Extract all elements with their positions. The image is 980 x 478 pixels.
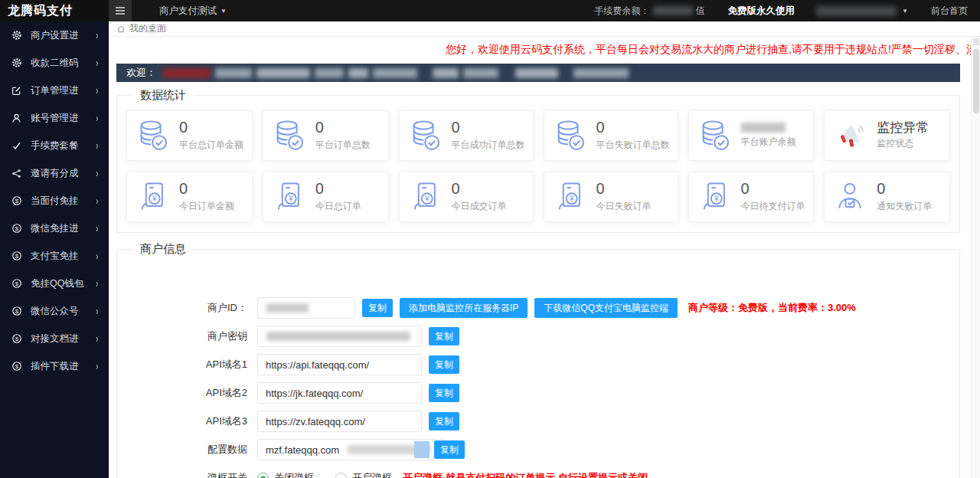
chevron-right-icon: › bbox=[96, 57, 99, 69]
welcome-redacted bbox=[256, 68, 310, 78]
merchant-dropdown[interactable]: 商户支付测试 ▼ bbox=[159, 5, 227, 18]
add-monitor-ip-button[interactable]: 添加电脑监控所在服务器IP bbox=[400, 298, 528, 318]
copy-button[interactable]: 复制 bbox=[434, 440, 465, 459]
svg-text:$: $ bbox=[15, 336, 19, 342]
sidebar-item-label: 支付宝免挂 bbox=[31, 250, 79, 263]
home-icon bbox=[116, 25, 126, 34]
database-check-icon bbox=[697, 118, 732, 153]
svg-text:$: $ bbox=[15, 198, 19, 205]
copy-button[interactable]: 复制 bbox=[429, 355, 459, 374]
welcome-redacted bbox=[433, 68, 459, 78]
username-redacted bbox=[816, 6, 897, 16]
sidebar-item-alipay-free[interactable]: $ 支付宝免挂 › bbox=[0, 242, 109, 270]
copy-button[interactable]: 复制 bbox=[362, 299, 393, 317]
stats-legend: 数据统计 bbox=[132, 88, 194, 103]
scrollbar-thumb[interactable] bbox=[973, 49, 979, 113]
sidebar-item-qq-wallet[interactable]: $ 免挂QQ钱包 › bbox=[0, 270, 109, 297]
copy-button[interactable]: 复制 bbox=[429, 327, 459, 345]
chevron-down-icon: ▼ bbox=[220, 8, 227, 15]
copy-button[interactable]: 复制 bbox=[429, 384, 459, 402]
frontend-home-link[interactable]: 前台首页 bbox=[931, 5, 968, 18]
chevron-right-icon: › bbox=[96, 361, 99, 372]
sidebar-item-fee-package[interactable]: 手续费套餐 › bbox=[0, 132, 109, 159]
bill-yuan-icon: ¥ bbox=[407, 180, 443, 214]
welcome-redacted bbox=[573, 68, 629, 78]
coin-icon: $ bbox=[11, 195, 24, 206]
sidebar-item-label: 对接文档进 bbox=[31, 332, 79, 345]
svg-text:¥: ¥ bbox=[713, 195, 718, 203]
user-menu[interactable]: ▼ bbox=[816, 6, 908, 16]
chevron-right-icon: › bbox=[96, 113, 99, 124]
welcome-redacted bbox=[515, 68, 558, 78]
stat-value: 0 bbox=[315, 181, 361, 197]
notice-marquee: 您好，欢迎使用云码支付系统，平台每日会对交易流水大的商户进行抽查,请不要用于违规… bbox=[109, 37, 980, 60]
sidebar-item-label: 当面付免挂 bbox=[31, 195, 79, 208]
bill-yuan-icon: ¥ bbox=[135, 180, 170, 214]
share-icon bbox=[11, 169, 24, 178]
coin-icon: $ bbox=[11, 223, 24, 234]
popup-switch-row: 弹框开关 关闭弹框 开启弹框 开启弹框-就是支付扫码的订单提示,自行设置提示或关… bbox=[162, 467, 950, 478]
sidebar-item-wechat-official[interactable]: $ 微信公众号 › bbox=[0, 297, 109, 325]
scrollbar-up-arrow[interactable] bbox=[973, 38, 979, 45]
breadcrumb-home[interactable]: 我的桌面 bbox=[129, 22, 166, 35]
edit-square-icon bbox=[11, 86, 24, 96]
sidebar-item-merchant-settings[interactable]: 商户设置进 › bbox=[0, 21, 109, 49]
stat-value: 监控异常 bbox=[877, 121, 929, 135]
sidebar-item-wechat-free[interactable]: $ 微信免挂进 › bbox=[0, 214, 109, 242]
field-label: API域名2 bbox=[162, 386, 247, 400]
svg-text:¥: ¥ bbox=[423, 195, 429, 203]
merchant-dropdown-label: 商户支付测试 bbox=[159, 5, 217, 18]
stats-cards: 0 平台总订单金额 0 平台订单总数 0 平台成功订单总数 0 平台失败订单总数 bbox=[126, 110, 950, 222]
download-monitor-button[interactable]: 下载微信QQ支付宝电脑监控端 bbox=[534, 298, 678, 318]
hamburger-menu-icon[interactable] bbox=[109, 0, 132, 21]
stat-value: 0 bbox=[452, 181, 507, 197]
stat-card-today-success: ¥ 0 今日成交订单 bbox=[399, 172, 534, 222]
stat-card-today-orders: ¥ 0 今日总订单 bbox=[263, 172, 389, 222]
sidebar-nav: 商户设置进 › 收款二维码 › 订单管理进 › 账号管理进 › 手续费套餐 › … bbox=[0, 21, 109, 478]
stat-label: 平台账户余额 bbox=[741, 136, 796, 149]
database-check-icon bbox=[407, 118, 443, 153]
stat-card-failed-orders: 0 平台失败订单总数 bbox=[544, 110, 678, 161]
chevron-right-icon: › bbox=[96, 30, 99, 41]
welcome-redacted bbox=[373, 68, 417, 78]
radio-popup-on[interactable]: 开启弹框 bbox=[335, 471, 392, 478]
copy-button[interactable]: 复制 bbox=[429, 412, 459, 431]
sidebar-item-invite[interactable]: 邀请有分成 › bbox=[0, 159, 109, 187]
vertical-scrollbar[interactable] bbox=[971, 37, 980, 478]
sidebar-item-accounts[interactable]: 账号管理进 › bbox=[0, 104, 109, 132]
fee-balance-label: 手续费余额： bbox=[595, 5, 650, 18]
sidebar-item-label: 商户设置进 bbox=[31, 29, 79, 42]
bill-yuan-icon: ¥ bbox=[552, 180, 587, 214]
sidebar-item-plugins[interactable]: $ 插件下载进 › bbox=[0, 352, 109, 380]
stat-label: 平台失败订单总数 bbox=[596, 139, 670, 152]
api-domain-1-input[interactable] bbox=[257, 354, 422, 375]
free-version-link[interactable]: 免费版永久使用 bbox=[728, 5, 795, 18]
bill-yuan-icon: ¥ bbox=[697, 180, 732, 214]
sidebar-item-label: 订单管理进 bbox=[31, 84, 79, 97]
svg-text:$: $ bbox=[15, 363, 19, 370]
sidebar-item-label: 微信免挂进 bbox=[31, 222, 79, 235]
api-domain-2-input[interactable] bbox=[257, 382, 422, 404]
merchant-form: 商户ID： 复制 添加电脑监控所在服务器IP 下载微信QQ支付宝电脑监控端 商户… bbox=[126, 261, 950, 478]
sidebar-item-orders[interactable]: 订单管理进 › bbox=[0, 77, 109, 104]
chevron-right-icon: › bbox=[96, 140, 99, 152]
sidebar-item-docs[interactable]: $ 对接文档进 › bbox=[0, 325, 109, 352]
api-domain-3-input[interactable] bbox=[257, 411, 422, 432]
field-label: 配置数据 bbox=[162, 443, 247, 457]
api-domain-2-row: API域名2 复制 bbox=[162, 381, 950, 404]
stat-value: 0 bbox=[596, 120, 670, 136]
user-icon bbox=[11, 113, 24, 123]
radio-popup-off[interactable]: 关闭弹框 bbox=[257, 471, 314, 478]
stat-label: 今日待支付订单 bbox=[741, 200, 805, 213]
stat-label: 监控状态 bbox=[877, 137, 929, 150]
sidebar-item-face-pay[interactable]: $ 当面付免挂 › bbox=[0, 187, 109, 214]
merchant-legend: 商户信息 bbox=[132, 242, 194, 257]
sidebar-item-qrcode[interactable]: 收款二维码 › bbox=[0, 49, 109, 77]
check-icon bbox=[11, 141, 24, 151]
bill-yuan-icon: ¥ bbox=[271, 180, 306, 214]
field-label: 弹框开关 bbox=[162, 471, 247, 478]
megaphone-icon bbox=[832, 119, 867, 152]
sidebar-item-label: 邀请有分成 bbox=[31, 167, 79, 180]
chevron-right-icon: › bbox=[96, 85, 99, 97]
svg-text:¥: ¥ bbox=[568, 195, 573, 203]
